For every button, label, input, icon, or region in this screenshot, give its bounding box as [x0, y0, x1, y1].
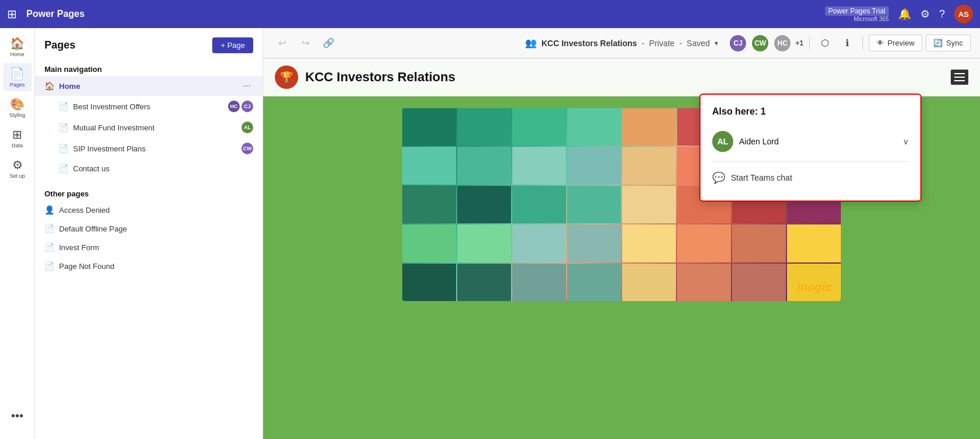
setup-icon: ⚙ — [12, 158, 23, 172]
sidebar-item-pages[interactable]: 📄 Pages — [4, 63, 32, 91]
cc — [677, 224, 731, 262]
page-name-offline: Default Offline Page — [59, 224, 253, 233]
page-item-not-found[interactable]: 📄 Page Not Found — [35, 257, 263, 275]
undo-button[interactable]: ↩ — [272, 34, 291, 53]
page-item-home[interactable]: 🏠 Home ··· — [35, 76, 263, 96]
pages-panel: Pages + Page Main navigation 🏠 Home ··· … — [35, 28, 263, 439]
redo-button[interactable]: ↪ — [296, 34, 315, 53]
cc — [567, 224, 621, 262]
eye-icon: 👁 — [877, 39, 884, 47]
page-name-mutual: Mutual Fund Investment — [73, 123, 237, 132]
cc — [457, 224, 511, 262]
secondary-toolbar: ↩ ↪ 🔗 👥 KCC Investors Relations - Privat… — [263, 28, 980, 58]
sidebar-item-setup[interactable]: ⚙ Set up — [4, 154, 32, 182]
user-sub: Microsoft 365 — [854, 16, 889, 22]
preview-button[interactable]: 👁 Preview — [869, 34, 922, 51]
also-here-label: Also here: 1 — [712, 106, 909, 117]
icon-bar: 🏠 Home 📄 Pages 🎨 Styling ⊞ Data ⚙ Set up… — [0, 28, 35, 439]
page-more-home[interactable]: ··· — [241, 81, 253, 91]
sidebar-item-styling[interactable]: 🎨 Styling — [4, 94, 32, 122]
collab-more[interactable]: +1 — [795, 39, 803, 47]
site-saved: Saved — [686, 39, 710, 48]
teams-chat-row[interactable]: 💬 Start Teams chat — [712, 167, 909, 189]
user-info: Power Pages Trial Microsoft 365 — [825, 6, 889, 22]
app-title: Power Pages — [26, 9, 85, 19]
page-doc-icon-invest: 📄 — [44, 243, 54, 252]
cc — [457, 186, 511, 223]
main-nav-label: Main navigation — [35, 60, 263, 76]
share-icon[interactable]: ⬡ — [816, 34, 834, 53]
site-status-sep: - — [679, 39, 682, 48]
site-status: - — [641, 39, 644, 48]
user-avatar[interactable]: AS — [954, 5, 973, 23]
page-avatars-sip: CW — [241, 143, 253, 154]
settings-icon[interactable]: ⚙ — [920, 8, 930, 20]
sidebar-item-data[interactable]: ⊞ Data — [4, 124, 32, 152]
cc — [457, 264, 511, 301]
site-name: KCC Investors Relations — [541, 39, 637, 48]
hamburger-line-1 — [954, 73, 965, 74]
cc — [622, 147, 676, 184]
site-logo: 🏆 — [275, 65, 298, 89]
toolbar-sep-2 — [862, 36, 863, 50]
home-page-icon: 🏠 — [44, 81, 54, 91]
page-item-invest-form[interactable]: 📄 Invest Form — [35, 238, 263, 257]
page-name-home: Home — [59, 82, 236, 91]
hamburger-line-3 — [954, 80, 965, 81]
teams-icon: 💬 — [712, 171, 725, 184]
cc — [512, 224, 566, 262]
link-button[interactable]: 🔗 — [319, 34, 338, 53]
collab-avatar-cj[interactable]: CJ — [729, 34, 747, 53]
cc — [512, 108, 566, 146]
popup-chevron-icon[interactable]: ∨ — [903, 137, 909, 146]
cc — [622, 108, 676, 146]
page-item-sip[interactable]: 📄 SIP Investment Plans CW — [35, 138, 263, 159]
pages-title: Pages — [44, 39, 75, 51]
page-name-not-found: Page Not Found — [59, 262, 253, 271]
collab-popup: Also here: 1 AL Aiden Lord ∨ 💬 Start Tea… — [699, 94, 922, 202]
cc — [677, 264, 731, 301]
site-status-text: Private — [649, 39, 675, 48]
page-item-best-investment[interactable]: 📄 Best Investment Offers HC CJ — [35, 96, 263, 117]
other-pages-label: Other pages — [35, 185, 263, 201]
page-item-contact[interactable]: 📄 Contact us — [35, 159, 263, 178]
cr4 — [402, 224, 841, 262]
cc — [402, 147, 456, 184]
waffle-icon[interactable]: ⊞ — [7, 7, 17, 21]
hamburger-button[interactable] — [951, 70, 968, 85]
notification-icon[interactable]: 🔔 — [898, 8, 911, 20]
site-dropdown-chevron[interactable]: ▾ — [715, 39, 718, 47]
cc — [512, 186, 566, 223]
main-layout: 🏠 Home 📄 Pages 🎨 Styling ⊞ Data ⚙ Set up… — [0, 28, 980, 439]
collab-avatar-hc[interactable]: HC — [773, 34, 792, 53]
content-area: ↩ ↪ 🔗 👥 KCC Investors Relations - Privat… — [263, 28, 980, 439]
collab-area: CJ CW HC +1 ⬡ ℹ 👁 Preview 🔄 Sync — [729, 34, 971, 53]
popup-user-avatar: AL — [712, 131, 733, 152]
cc — [457, 108, 511, 146]
pages-header: Pages + Page — [35, 28, 263, 60]
sidebar-item-more[interactable]: ••• — [4, 402, 32, 430]
site-title-bar: 👥 KCC Investors Relations - Private - Sa… — [525, 37, 718, 49]
page-doc-icon-best: 📄 — [58, 102, 68, 111]
canvas: 🏆 KCC Investors Relations — [263, 58, 980, 439]
page-doc-icon-contact: 📄 — [58, 164, 68, 173]
info-icon[interactable]: ℹ — [838, 34, 857, 53]
page-item-access-denied[interactable]: 👤 Access Denied — [35, 201, 263, 219]
collab-avatar-cw[interactable]: CW — [751, 34, 769, 53]
toolbar-sep-1 — [809, 36, 810, 50]
page-item-mutual-fund[interactable]: 📄 Mutual Fund Investment AL — [35, 117, 263, 138]
sync-button[interactable]: 🔄 Sync — [926, 34, 971, 51]
cc — [567, 108, 621, 146]
cc — [567, 186, 621, 223]
page-item-offline[interactable]: 📄 Default Offline Page — [35, 219, 263, 238]
add-page-button[interactable]: + Page — [212, 37, 253, 53]
sidebar-item-home[interactable]: 🏠 Home — [4, 33, 32, 61]
cc — [457, 147, 511, 184]
page-site-title: KCC Investors Relations — [305, 70, 456, 85]
avatar-cj: CJ — [241, 101, 253, 112]
help-icon[interactable]: ? — [939, 8, 945, 20]
hamburger-line-2 — [954, 77, 965, 78]
avatar-hc: HC — [228, 101, 240, 112]
home-icon: 🏠 — [10, 36, 25, 50]
popup-user-row: AL Aiden Lord ∨ — [712, 126, 909, 157]
